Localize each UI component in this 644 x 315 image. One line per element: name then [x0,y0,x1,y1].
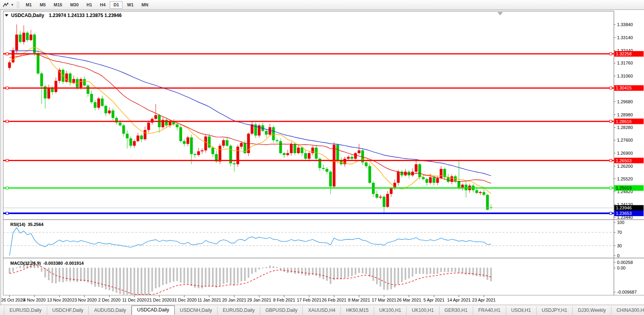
timeframe-mn[interactable]: MN [138,1,152,9]
tab-fra40-h1[interactable]: FRA40,H1 [473,306,506,315]
x-axis-label: 26 Feb 2021 [322,298,346,302]
candle [272,125,275,142]
macd-scale-label: 0.00 [617,266,625,270]
price-line-badge-label: 1.32258 [616,51,632,56]
x-axis-label: 13 Nov 2020 [47,298,72,302]
x-axis-label: 17 Mar 2021 [372,298,396,302]
line-handle[interactable] [6,53,8,55]
tab-usdchf-daily[interactable]: USDCHF,Daily [47,306,89,315]
price-chart: 1.338401.331401.324401.317601.310601.296… [0,10,644,305]
line-handle[interactable] [610,212,612,214]
macd-label: MACD(12,26,9)-0.003380 -0.001914 [10,261,84,266]
current-price-label: 1.23946 [616,205,632,210]
candle [486,194,489,211]
x-axis-label: 11 Dec 2020 [122,298,147,302]
y-axis-label: 1.26200 [617,164,633,169]
rsi-scale-label: 0 [617,253,619,258]
tab-usoil-h1[interactable]: USOil,H1 [506,306,537,315]
tab-uk100-h1[interactable]: UK100,H1 [374,306,407,315]
chart-cursor-icon[interactable] [2,2,10,8]
line-handle[interactable] [610,120,612,123]
price-line-badge-label: 1.26503 [616,158,632,163]
rsi-scale-label: 70 [617,230,622,235]
candle [237,144,239,167]
tab-hk50-m15[interactable]: HK50,M15 [341,306,374,315]
symbol-tab-bar: EURUSD,DailyUSDCHF,DailyAUDUSD,DailyUSDC… [0,305,644,315]
candle [247,133,250,156]
candle [369,163,371,184]
line-handle[interactable] [610,187,612,189]
line-handle[interactable] [6,87,8,89]
tab-usdjpy-h1[interactable]: USDJPY,H1 [537,306,573,315]
chart-title: USDCAD,Daily1.23974 1.24133 1.23875 1.23… [11,13,122,18]
price-line-badge-label: 1.25019 [616,186,632,190]
y-axis-label: 1.33840 [617,22,633,27]
y-axis-label: 1.25520 [617,176,633,181]
timeframe-m5[interactable]: M5 [36,1,49,9]
line-handle[interactable] [610,87,612,89]
x-axis-label: 8 Feb 2021 [273,298,295,302]
macd-scale-label: 0.00258 [617,260,633,265]
x-axis-label: 4 Nov 2020 [23,298,46,302]
price-line-badge-label: 1.28616 [616,119,632,124]
x-axis-label: 5 Apr 2021 [423,298,444,302]
macd-scale-label: -0.009687 [617,290,637,294]
tab-dj30-weekly[interactable]: DJ30,Weekly [573,306,611,315]
y-axis-label: 1.28280 [617,125,633,130]
timeframe-toolbar: M1M5M15M30H1H4D1W1MN [22,1,152,9]
tab-ger30-h1[interactable]: GER30,H1 [440,306,473,315]
chart-title-ohlc: 1.23974 1.24133 1.23875 1.23946 [49,13,122,18]
timeframe-m30[interactable]: M30 [67,1,82,9]
x-axis-label: 17 Feb 2021 [297,298,321,302]
timeframe-d1[interactable]: D1 [110,1,122,9]
x-axis-label: 2 Dec 2020 [98,298,120,302]
price-line-badge-label: 1.23653 [616,211,632,216]
x-axis-label: 8 Mar 2021 [348,298,370,302]
timeframe-h1[interactable]: H1 [83,1,96,9]
tab-usdcnh-daily[interactable]: USDCNH,Daily [175,306,218,315]
y-axis-label: 1.28980 [617,112,633,117]
rsi-value: 35.2564 [28,222,44,227]
x-axis-label: 29 Jan 2021 [247,298,271,302]
tab-china300-h1[interactable]: CHINA300,H1 [612,306,644,315]
rsi-scale-label: 30 [617,243,622,248]
line-handle[interactable] [6,120,8,123]
timeframe-m15[interactable]: M15 [50,1,65,9]
macd-values: -0.003380 -0.001914 [43,261,84,266]
x-axis-label: 11 Jan 2021 [197,298,221,302]
y-axis-label: 1.26900 [617,151,633,156]
x-axis-label: 26 Mar 2021 [397,298,421,302]
tab-usdcad-daily[interactable]: USDCAD,Daily [132,306,175,315]
line-handle[interactable] [6,159,8,162]
tab-audusd-daily[interactable]: AUDUSD,Daily [89,306,132,315]
y-axis-label: 1.29680 [617,99,633,104]
timeframe-w1[interactable]: W1 [123,1,137,9]
y-axis-label: 1.33140 [617,35,633,40]
x-axis-label: 14 Apr 2021 [447,298,470,302]
chart-title-symbol: USDCAD,Daily [11,13,44,18]
line-handle[interactable] [610,159,612,162]
rsi-scale-label: 100 [617,220,624,225]
tab-eurusd-daily[interactable]: EURUSD,Daily [4,306,47,315]
toolbar-grip[interactable] [17,2,19,8]
mt4-window: ▼ M1M5M15M30H1H4D1W1MN 1.338401.331401.3… [0,0,644,315]
timeframe-m1[interactable]: M1 [22,1,35,9]
line-handle[interactable] [6,187,8,189]
timeframe-h4[interactable]: H4 [96,1,109,9]
line-handle[interactable] [6,212,8,214]
chart-cursor-dropdown-icon[interactable]: ▼ [11,3,14,7]
x-axis-label: 21 Dec 2020 [147,298,172,302]
tab-uk100-h1[interactable]: UK100,H1 [407,306,439,315]
x-axis-label: 20 Jan 2021 [222,298,247,302]
x-axis-label: 23 Nov 2020 [72,298,97,302]
y-axis-label: 1.31060 [617,74,633,78]
tab-gbpusd-daily[interactable]: GBPUSD,Daily [260,306,303,315]
tab-xauusd-h4[interactable]: XAUUSD,H4 [303,306,341,315]
x-axis-label: 26 Oct 2020 [1,298,25,302]
tab-eurusd-daily[interactable]: EURUSD,Daily [218,306,260,315]
candle [229,144,232,166]
line-handle[interactable] [610,53,612,55]
candle [204,135,207,153]
toolbar: ▼ M1M5M15M30H1H4D1W1MN [0,0,644,10]
y-axis-label: 1.31760 [617,61,633,65]
